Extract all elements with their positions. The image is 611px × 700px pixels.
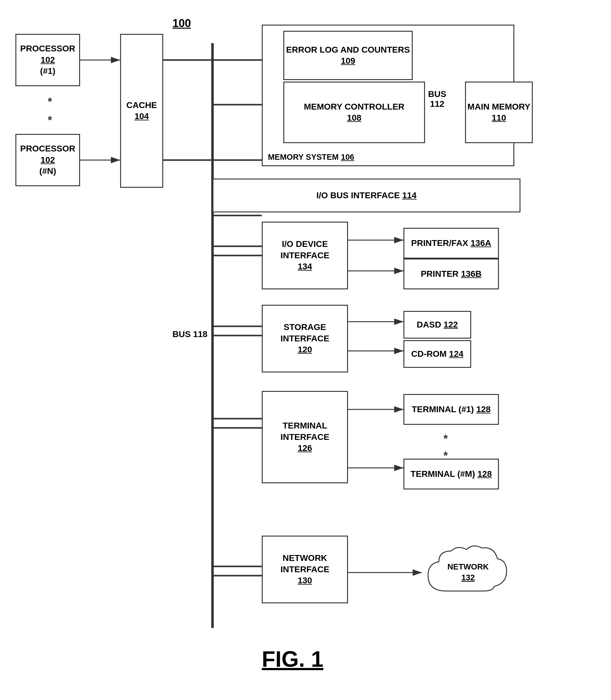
star1: * xyxy=(48,95,52,108)
processor1-sub: (#1) xyxy=(20,65,75,77)
printer-id: 136B xyxy=(461,269,482,278)
terminal-interface-id: 126 xyxy=(263,443,347,454)
diagram: 100 PROCESSOR 102 (#1) * * * PROCESSOR 1… xyxy=(0,0,611,700)
terminalM-label: TERMINAL (#M) xyxy=(411,469,475,479)
terminal1-id: 128 xyxy=(476,405,491,414)
printer-fax-box: PRINTER/FAX 136A xyxy=(403,228,499,259)
printer-fax-id: 136A xyxy=(471,238,491,248)
terminal1-box: TERMINAL (#1) 128 xyxy=(403,394,499,425)
terminalM-id: 128 xyxy=(477,469,492,479)
storage-label: STORAGE INTERFACE xyxy=(263,322,347,344)
processorN-box: PROCESSOR 102 (#N) xyxy=(15,134,80,186)
printer-label: PRINTER xyxy=(421,269,459,278)
cache-label: CACHE xyxy=(126,100,157,111)
network-interface-box: NETWORK INTERFACE 130 xyxy=(262,536,348,603)
network-cloud: NETWORK 132 xyxy=(422,542,514,603)
processor1-id: 102 xyxy=(20,55,75,65)
processor1-box: PROCESSOR 102 (#1) xyxy=(15,34,80,86)
bus112-label: BUS112 xyxy=(428,89,446,109)
memory-controller-box: MEMORY CONTROLLER 108 xyxy=(283,81,425,143)
processorN-id: 102 xyxy=(20,154,75,166)
error-log-box: ERROR LOG AND COUNTERS 109 xyxy=(283,31,413,80)
cache-box: CACHE 104 xyxy=(120,34,163,188)
io-bus-box: I/O BUS INTERFACE 114 xyxy=(212,179,520,212)
star2: * xyxy=(48,114,52,127)
storage-box: STORAGE INTERFACE 120 xyxy=(262,305,348,372)
processor1-label: PROCESSOR xyxy=(20,43,75,54)
io-device-label: I/O DEVICE INTERFACE xyxy=(263,239,347,261)
cdrom-box: CD-ROM 124 xyxy=(403,340,471,368)
printer-fax-label: PRINTER/FAX xyxy=(411,238,468,248)
main-memory-id: 110 xyxy=(467,112,530,123)
terminal-interface-label: TERMINAL INTERFACE xyxy=(263,420,347,443)
io-device-box: I/O DEVICE INTERFACE 134 xyxy=(262,222,348,289)
terminal1-label: TERMINAL (#1) xyxy=(412,405,474,414)
memory-controller-label: MEMORY CONTROLLER xyxy=(304,101,405,112)
processorN-label: PROCESSOR xyxy=(20,143,75,154)
main-memory-box: MAIN MEMORY 110 xyxy=(465,81,533,143)
cdrom-label: CD-ROM xyxy=(411,349,447,359)
main-memory-label: MAIN MEMORY xyxy=(467,101,530,112)
terminal-star1: * xyxy=(444,432,448,445)
memory-system-label: MEMORY SYSTEM 106 xyxy=(268,152,354,162)
dasd-box: DASD 122 xyxy=(403,311,471,339)
error-log-label: ERROR LOG AND COUNTERS xyxy=(286,44,410,56)
cache-id: 104 xyxy=(126,111,157,122)
figure-label: FIG. 1 xyxy=(231,646,354,672)
dasd-label: DASD xyxy=(417,320,441,329)
svg-text:NETWORK: NETWORK xyxy=(447,562,489,571)
network-interface-id: 130 xyxy=(263,575,347,586)
storage-id: 120 xyxy=(263,344,347,355)
dasd-id: 122 xyxy=(444,320,458,329)
io-bus-id: 114 xyxy=(402,191,417,200)
io-bus-label: I/O BUS INTERFACE xyxy=(316,191,400,200)
terminalM-box: TERMINAL (#M) 128 xyxy=(403,459,499,489)
terminal-interface-box: TERMINAL INTERFACE 126 xyxy=(262,391,348,483)
network-interface-label: NETWORK INTERFACE xyxy=(263,552,347,575)
svg-text:132: 132 xyxy=(461,573,475,582)
memory-controller-id: 108 xyxy=(304,112,405,123)
bus118-label: BUS 118 xyxy=(173,329,208,339)
printer-box: PRINTER 136B xyxy=(403,259,499,289)
io-device-id: 134 xyxy=(263,261,347,272)
system-number-label: 100 xyxy=(173,17,191,30)
error-log-id: 109 xyxy=(286,56,410,66)
cdrom-id: 124 xyxy=(449,349,463,359)
processorN-sub: (#N) xyxy=(20,166,75,177)
